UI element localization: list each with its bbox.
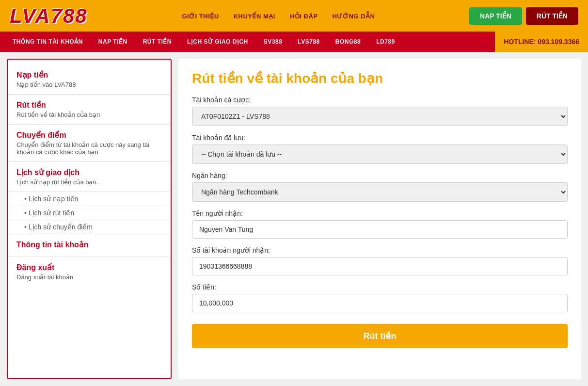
sidebar-nap-tien-desc: Nạp tiền vào LVA788 xyxy=(16,81,162,88)
so-tai-khoan-group: Số tài khoản người nhận: xyxy=(192,246,568,275)
sidebar-sub-nap-tien[interactable]: Lịch sử nạp tiền xyxy=(8,192,171,206)
ten-nguoi-nhan-group: Tên người nhận: xyxy=(192,209,568,239)
sidebar-dang-xuat-title: Đăng xuất xyxy=(16,263,162,272)
sidebar-dang-xuat-desc: Đăng xuất tài khoản xyxy=(16,273,162,281)
main-container: Nạp tiền Nạp tiền vào LVA788 Rút tiền Rú… xyxy=(0,52,588,386)
sidebar: Nạp tiền Nạp tiền vào LVA788 Rút tiền Rú… xyxy=(7,59,172,379)
so-tai-khoan-input[interactable] xyxy=(192,257,568,275)
sidebar-item-rut-tien[interactable]: Rút tiền Rút tiền về tài khoản của bạn xyxy=(8,95,171,125)
header-nav-link[interactable]: GIỚI THIỆU xyxy=(182,13,219,20)
main-content: Rút tiền về tài khoản của bạn Tài khoản … xyxy=(178,59,581,379)
header: LVA788 GIỚI THIỆUKHUYẾN MẠIHỎI ĐÁPHƯỚNG … xyxy=(0,0,588,32)
tai-khoan-da-luu-label: Tài khoản đã lưu: xyxy=(192,134,568,142)
sidebar-sub-rut-link[interactable]: Lịch sử rút tiền xyxy=(29,209,74,217)
sidebar-nap-tien-title: Nạp tiền xyxy=(16,70,162,80)
sidebar-sub-chuyen-diem[interactable]: Lịch sử chuyển điểm xyxy=(8,220,171,234)
sidebar-rut-tien-desc: Rút tiền về tài khoản của bạn xyxy=(16,111,162,118)
navbar-link[interactable]: LỊCH SỬ GIAO DỊCH xyxy=(179,32,256,52)
tai-khoan-ca-cuoc-select[interactable]: AT0F0102Z1 - LVS788 xyxy=(192,107,568,126)
sidebar-sub-chuyen-link[interactable]: Lịch sử chuyển điểm xyxy=(29,223,93,231)
ngan-hang-group: Ngân hàng: Ngân hàng Techcombank xyxy=(192,172,568,202)
page-title: Rút tiền về tài khoản của bạn xyxy=(192,70,568,86)
navbar-link[interactable]: LVS788 xyxy=(290,32,327,52)
sidebar-thong-tin-title: Thông tin tài khoản xyxy=(16,240,162,249)
submit-rut-tien-button[interactable]: Rút tiền xyxy=(192,324,568,348)
navbar-link[interactable]: SV388 xyxy=(256,32,290,52)
so-tien-label: Số tiền: xyxy=(192,283,568,291)
navbar-link[interactable]: BONG88 xyxy=(328,32,368,52)
navbar-link[interactable]: THÔNG TIN TÀI KHOẢN xyxy=(5,32,91,52)
navbar: THÔNG TIN TÀI KHOẢNNAP TIỀNRÚT TIỀNLỊCH … xyxy=(0,32,588,52)
header-nav-link[interactable]: HƯỚNG DẪN xyxy=(333,13,375,20)
header-buttons: NAP TIỀN RÚT TIỀN xyxy=(469,7,578,25)
tai-khoan-da-luu-select[interactable]: -- Chọn tài khoản đã lưu -- xyxy=(192,145,568,164)
sidebar-sub-rut-tien[interactable]: Lịch sử rút tiền xyxy=(8,206,171,220)
so-tien-group: Số tiền: xyxy=(192,283,568,312)
ngan-hang-select[interactable]: Ngân hàng Techcombank xyxy=(192,182,568,202)
sidebar-item-chuyen-diem[interactable]: Chuyển điểm Chuyển điểm từ tài khoản cá … xyxy=(8,125,171,162)
ten-nguoi-nhan-input[interactable] xyxy=(192,220,568,239)
nap-tien-button[interactable]: NAP TIỀN xyxy=(469,7,522,25)
ngan-hang-label: Ngân hàng: xyxy=(192,172,568,179)
tai-khoan-ca-cuoc-group: Tài khoản cá cược: AT0F0102Z1 - LVS788 xyxy=(192,96,568,126)
sidebar-item-dang-xuat[interactable]: Đăng xuất Đăng xuất tài khoản xyxy=(8,257,171,287)
navbar-link[interactable]: NAP TIỀN xyxy=(91,32,135,52)
sidebar-item-nap-tien[interactable]: Nạp tiền Nạp tiền vào LVA788 xyxy=(8,64,171,95)
so-tien-input[interactable] xyxy=(192,294,568,312)
tai-khoan-ca-cuoc-label: Tài khoản cá cược: xyxy=(192,96,568,104)
sidebar-item-thong-tin[interactable]: Thông tin tài khoản xyxy=(8,234,171,257)
ten-nguoi-nhan-label: Tên người nhận: xyxy=(192,209,568,217)
header-nav-link[interactable]: HỎI ĐÁP xyxy=(290,13,318,20)
sidebar-chuyen-diem-title: Chuyển điểm xyxy=(16,130,162,140)
navbar-link[interactable]: RÚT TIỀN xyxy=(135,32,179,52)
sidebar-chuyen-diem-desc: Chuyển điểm từ tài khoản cá cược này san… xyxy=(16,141,162,156)
sidebar-lich-su-title: Lịch sử giao dịch xyxy=(16,168,162,177)
so-tai-khoan-label: Số tài khoản người nhận: xyxy=(192,246,568,254)
header-nav-link[interactable]: KHUYẾN MẠI xyxy=(234,13,275,20)
rut-tien-button[interactable]: RÚT TIỀN xyxy=(526,7,578,25)
navbar-link[interactable]: LD789 xyxy=(368,32,403,52)
hotline: HOTLINE: 093.109.3366 xyxy=(495,32,588,52)
logo: LVA788 xyxy=(10,4,88,28)
sidebar-item-lich-su[interactable]: Lịch sử giao dịch Lịch sử nạp rút tiền c… xyxy=(8,162,171,192)
sidebar-rut-tien-title: Rút tiền xyxy=(16,100,162,110)
sidebar-lich-su-desc: Lịch sử nạp rút tiền của bạn. xyxy=(16,178,162,186)
sidebar-sub-nap-link[interactable]: Lịch sử nạp tiền xyxy=(29,195,79,203)
tai-khoan-da-luu-group: Tài khoản đã lưu: -- Chọn tài khoản đã l… xyxy=(192,134,568,164)
header-nav: GIỚI THIỆUKHUYẾN MẠIHỎI ĐÁPHƯỚNG DẪN xyxy=(182,12,375,20)
